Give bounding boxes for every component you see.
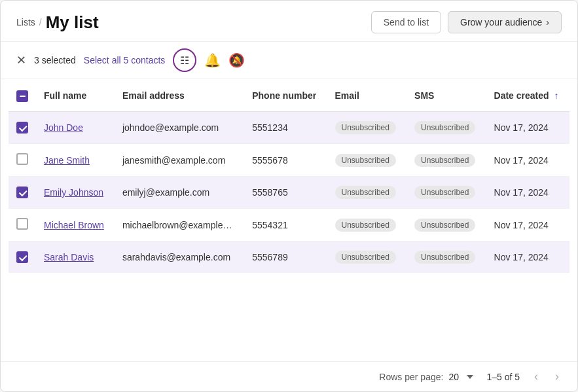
- contact-link-michael-brown[interactable]: Michael Brown: [44, 220, 104, 230]
- select-all-link[interactable]: Select all 5 contacts: [84, 55, 166, 65]
- contacts-table: Full name Email address Phone number Ema…: [9, 79, 569, 273]
- contact-sms-status-john-doe: Unsubscribed: [406, 112, 486, 144]
- header-actions: Send to list Grow your audience ›: [371, 11, 562, 33]
- contact-name-john-doe[interactable]: John Doe: [36, 112, 115, 144]
- notifications-on-button[interactable]: 🔔: [204, 52, 221, 68]
- contact-name-jane-smith[interactable]: Jane Smith: [36, 144, 115, 177]
- checkbox-john-doe[interactable]: [16, 122, 28, 134]
- sms-status-badge-john-doe: Unsubscribed: [414, 121, 475, 134]
- breadcrumb: Lists / My list: [16, 12, 99, 33]
- checkbox-emily-johnson[interactable]: [16, 187, 28, 198]
- contact-date-jane-smith: Nov 17, 2024: [486, 144, 569, 177]
- row-checkbox-cell-michael-brown[interactable]: [9, 209, 36, 241]
- grow-audience-button[interactable]: Grow your audience ›: [448, 11, 562, 33]
- contact-name-emily-johnson[interactable]: Emily Johnson: [36, 177, 115, 209]
- contact-email-jane-smith: janesmith@example.com: [115, 144, 244, 177]
- header-checkbox[interactable]: [16, 90, 28, 102]
- selection-toolbar: ✕ 3 selected Select all 5 contacts ☷ 🔔 🔕: [1, 42, 577, 79]
- sms-status-badge-emily-johnson: Unsubscribed: [414, 186, 475, 199]
- next-page-button[interactable]: ›: [552, 370, 562, 383]
- contact-name-sarah-davis[interactable]: Sarah Davis: [36, 241, 115, 274]
- contact-email-status-jane-smith: Unsubscribed: [327, 144, 407, 177]
- contact-date-john-doe: Nov 17, 2024: [486, 112, 569, 144]
- row-checkbox-cell-sarah-davis[interactable]: [9, 241, 36, 274]
- sms-status-badge-sarah-davis: Unsubscribed: [414, 251, 475, 264]
- checkbox-jane-smith[interactable]: [16, 153, 28, 165]
- clear-selection-button[interactable]: ✕: [16, 53, 26, 67]
- contact-sms-status-sarah-davis: Unsubscribed: [406, 241, 486, 274]
- page-header: Lists / My list Send to list Grow your a…: [1, 1, 577, 42]
- contact-phone-john-doe: 5551234: [244, 112, 327, 144]
- contact-email-sarah-davis: sarahdavis@example.com: [115, 241, 244, 274]
- sms-status-badge-michael-brown: Unsubscribed: [414, 219, 475, 232]
- contact-phone-sarah-davis: 5556789: [244, 241, 327, 274]
- table-row: Michael Brownmichaelbrown@example…555432…: [9, 209, 569, 241]
- contact-email-michael-brown: michaelbrown@example…: [115, 209, 244, 241]
- main-window: Lists / My list Send to list Grow your a…: [0, 0, 578, 392]
- email-status-badge-john-doe: Unsubscribed: [335, 121, 396, 134]
- contact-email-emily-johnson: emilyj@example.com: [115, 177, 244, 209]
- contact-phone-jane-smith: 5555678: [244, 144, 327, 177]
- contacts-table-container: Full name Email address Phone number Ema…: [1, 79, 577, 361]
- email-status-badge-sarah-davis: Unsubscribed: [335, 251, 396, 264]
- row-checkbox-cell-john-doe[interactable]: [9, 112, 36, 144]
- table-header-row: Full name Email address Phone number Ema…: [9, 79, 569, 112]
- contact-phone-emily-johnson: 5558765: [244, 177, 327, 209]
- contact-sms-status-emily-johnson: Unsubscribed: [406, 177, 486, 209]
- prev-page-button[interactable]: ‹: [532, 370, 541, 383]
- table-row: Jane Smithjanesmith@example.com5555678Un…: [9, 144, 569, 177]
- checkbox-sarah-davis[interactable]: [16, 251, 28, 263]
- breadcrumb-lists[interactable]: Lists: [16, 17, 35, 27]
- contact-email-status-sarah-davis: Unsubscribed: [327, 241, 407, 274]
- send-to-list-button[interactable]: Send to list: [371, 11, 441, 33]
- rows-per-page-label: Rows per page:: [379, 372, 443, 382]
- col-phone: Phone number: [244, 79, 327, 112]
- pagination-info: 1–5 of 5: [486, 372, 520, 382]
- sms-status-badge-jane-smith: Unsubscribed: [414, 154, 475, 167]
- col-full-name: Full name: [36, 79, 115, 112]
- contact-email-status-michael-brown: Unsubscribed: [327, 209, 407, 241]
- contact-link-emily-johnson[interactable]: Emily Johnson: [44, 187, 103, 198]
- contact-link-john-doe[interactable]: John Doe: [44, 122, 83, 133]
- rows-per-page-select[interactable]: 20 50 100: [448, 372, 475, 382]
- col-date-created[interactable]: Date created ↑: [486, 79, 569, 112]
- email-status-badge-michael-brown: Unsubscribed: [335, 219, 396, 232]
- contact-email-status-john-doe: Unsubscribed: [327, 112, 407, 144]
- select-all-checkbox-header[interactable]: [9, 79, 36, 112]
- table-row: Sarah Davissarahdavis@example.com5556789…: [9, 241, 569, 274]
- col-email-status: Email: [327, 79, 407, 112]
- filter-button[interactable]: ☷: [173, 48, 196, 72]
- breadcrumb-separator: /: [39, 17, 42, 27]
- contact-sms-status-michael-brown: Unsubscribed: [406, 209, 486, 241]
- contact-link-jane-smith[interactable]: Jane Smith: [44, 155, 90, 166]
- selected-count: 3 selected: [34, 55, 76, 65]
- page-title: My list: [46, 12, 99, 33]
- filter-icon: ☷: [180, 54, 189, 67]
- contact-phone-michael-brown: 5554321: [244, 209, 327, 241]
- email-status-badge-emily-johnson: Unsubscribed: [335, 186, 396, 199]
- notifications-off-button[interactable]: 🔕: [228, 52, 245, 68]
- contact-email-status-emily-johnson: Unsubscribed: [327, 177, 407, 209]
- contact-date-michael-brown: Nov 17, 2024: [486, 209, 569, 241]
- table-row: Emily Johnsonemilyj@example.com5558765Un…: [9, 177, 569, 209]
- checkbox-michael-brown[interactable]: [16, 218, 28, 230]
- contact-link-sarah-davis[interactable]: Sarah Davis: [44, 252, 94, 262]
- table-footer: Rows per page: 20 50 100 1–5 of 5 ‹ ›: [1, 361, 577, 391]
- table-row: John Doejohndoe@example.com5551234Unsubs…: [9, 112, 569, 144]
- sort-icon: ↑: [554, 90, 559, 101]
- col-email-address: Email address: [115, 79, 244, 112]
- email-status-badge-jane-smith: Unsubscribed: [335, 154, 396, 167]
- rows-per-page-control: Rows per page: 20 50 100: [379, 372, 475, 382]
- col-sms-status: SMS: [406, 79, 486, 112]
- row-checkbox-cell-emily-johnson[interactable]: [9, 177, 36, 209]
- contact-date-emily-johnson: Nov 17, 2024: [486, 177, 569, 209]
- contact-sms-status-jane-smith: Unsubscribed: [406, 144, 486, 177]
- contact-name-michael-brown[interactable]: Michael Brown: [36, 209, 115, 241]
- contact-date-sarah-davis: Nov 17, 2024: [486, 241, 569, 274]
- contact-email-john-doe: johndoe@example.com: [115, 112, 244, 144]
- row-checkbox-cell-jane-smith[interactable]: [9, 144, 36, 177]
